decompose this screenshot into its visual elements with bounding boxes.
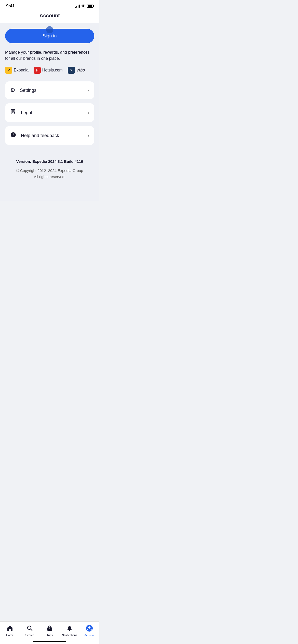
settings-menu-item[interactable]: ⚙ Settings ›: [5, 81, 94, 99]
legal-menu-item[interactable]: Legal ›: [5, 103, 94, 122]
settings-chevron-icon: ›: [88, 88, 89, 93]
version-section: Version: Expedia 2024.8.1 Build 4119 © C…: [5, 149, 94, 185]
brand-hotels: H Hotels.com: [34, 67, 63, 74]
expedia-label: Expedia: [14, 68, 29, 72]
status-icons: [75, 4, 93, 8]
svg-text:?: ?: [12, 133, 15, 137]
copyright-text: © Copyright 2012–2024 Expedia GroupAll r…: [10, 168, 89, 180]
description-text: Manage your profile, rewards, and prefer…: [5, 49, 94, 62]
expedia-logo: ↗: [5, 67, 12, 74]
vrbo-logo: V: [68, 67, 75, 74]
brand-expedia: ↗ Expedia: [5, 67, 29, 74]
hotels-logo: H: [34, 67, 41, 74]
wifi-icon: [81, 4, 85, 8]
status-time: 9:41: [6, 4, 15, 9]
vrbo-label: Vrbo: [76, 68, 85, 72]
legal-icon: [10, 109, 16, 116]
hotels-label: Hotels.com: [42, 68, 63, 72]
help-chevron-icon: ›: [88, 133, 89, 138]
help-icon: ?: [10, 132, 16, 139]
help-menu-item[interactable]: ? Help and feedback ›: [5, 126, 94, 145]
signal-icon: [75, 5, 80, 8]
main-content: Sign in Manage your profile, rewards, an…: [0, 23, 99, 201]
page-title: Account: [5, 13, 94, 19]
status-bar: 9:41: [0, 0, 99, 11]
settings-icon: ⚙: [10, 87, 15, 94]
page-header: Account: [0, 11, 99, 23]
battery-icon: [87, 5, 93, 8]
legal-label: Legal: [21, 110, 32, 115]
fingerprint-icon: [46, 26, 53, 33]
settings-label: Settings: [20, 88, 36, 93]
brand-vrbo: V Vrbo: [68, 67, 85, 74]
version-text: Version: Expedia 2024.8.1 Build 4119: [10, 159, 89, 164]
signin-button[interactable]: Sign in: [5, 29, 94, 43]
legal-chevron-icon: ›: [88, 110, 89, 115]
help-label: Help and feedback: [21, 133, 59, 138]
brands-row: ↗ Expedia H Hotels.com V Vrbo: [5, 67, 94, 74]
